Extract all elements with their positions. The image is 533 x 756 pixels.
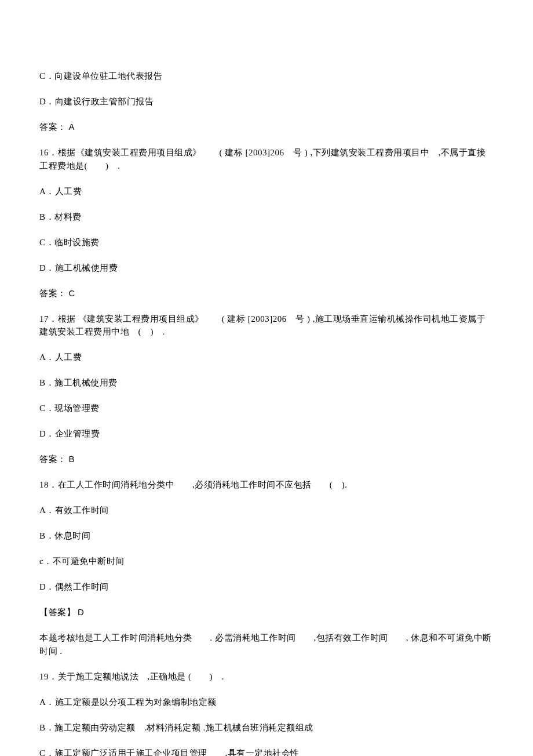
q18-option-a: A．有效工作时间	[39, 504, 494, 517]
q19-option-a: A．施工定额是以分项工程为对象编制地定额	[39, 696, 494, 709]
answer-value: D	[78, 607, 84, 617]
answer-label: 答案：	[39, 455, 67, 464]
q16-option-c: C．临时设施费	[39, 236, 494, 249]
prev-answer: 答案：A	[39, 121, 494, 134]
answer-value: C	[69, 288, 75, 298]
q17-text: 17．根据 《建筑安装工程费用项目组成》 ( 建标 [2003]206 号 ) …	[39, 312, 494, 339]
q18-option-d: D．偶然工作时间	[39, 580, 494, 594]
answer-label: 【答案】	[39, 608, 75, 617]
q18-option-b: B．休息时间	[39, 529, 494, 543]
answer-label: 答案：	[39, 289, 67, 298]
q19-text: 19．关于施工定额地说法 ,正确地是 ( ) .	[39, 670, 494, 684]
q19-option-c: C．施工定额广泛适用于施工企业项目管理 ,具有一定地社会性	[39, 747, 494, 757]
q17-option-b: B．施工机械使用费	[39, 376, 494, 390]
q16-option-b: B．材料费	[39, 210, 494, 224]
q16-answer: 答案：C	[39, 287, 494, 300]
answer-label: 答案：	[39, 122, 67, 132]
q19-option-b: B．施工定额由劳动定额 .材料消耗定额 .施工机械台班消耗定额组成	[39, 721, 494, 735]
prev-option-c: C．向建设单位驻工地代表报告	[39, 70, 494, 83]
answer-value: B	[69, 454, 75, 464]
prev-option-d: D．向建设行政主管部门报告	[39, 95, 494, 108]
q18-option-c: c．不可避免中断时间	[39, 555, 494, 568]
q18-text: 18．在工人工作时间消耗地分类中 ,必须消耗地工作时间不应包括 ( ).	[39, 478, 494, 492]
q17-option-d: D．企业管理费	[39, 427, 494, 441]
q17-option-a: A．人工费	[39, 351, 494, 364]
q16-option-a: A．人工费	[39, 185, 494, 198]
q17-answer: 答案：B	[39, 453, 494, 466]
answer-value: A	[69, 122, 75, 132]
q16-text: 16．根据《建筑安装工程费用项目组成》 ( 建标 [2003]206 号 ) ,…	[39, 146, 494, 172]
q17-option-c: C．现场管理费	[39, 402, 494, 415]
q16-option-d: D．施工机械使用费	[39, 261, 494, 275]
q18-explanation: 本题考核地是工人工作时间消耗地分类 . 必需消耗地工作时间 ,包括有效工作时间 …	[39, 631, 494, 657]
q18-answer: 【答案】D	[39, 606, 494, 619]
